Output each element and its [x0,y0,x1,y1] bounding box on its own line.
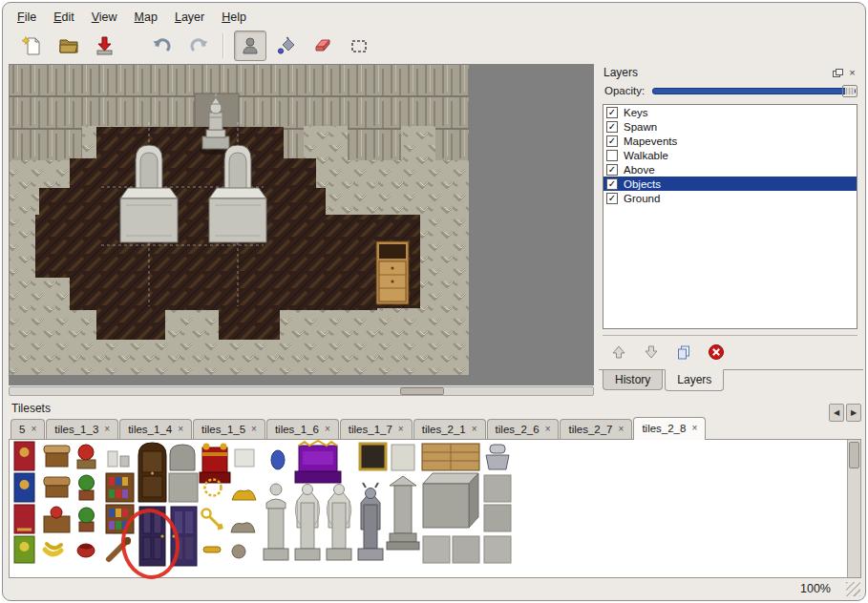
tileset-tab[interactable]: 5× [11,419,45,439]
float-icon [833,69,841,76]
move-layer-down-button[interactable] [639,341,664,364]
map-horizontal-scrollbar[interactable] [9,386,594,396]
tileset-tab[interactable]: tiles_1_4× [119,419,192,439]
opacity-slider-track[interactable] [652,88,856,94]
tab-close-icon[interactable]: × [325,425,330,434]
tab-scroll-buttons: ◀ ▶ [827,404,861,422]
layer-actions [606,340,736,364]
layer-row-above[interactable]: ✓ Above [603,162,857,177]
fill-tool-button[interactable] [270,31,303,61]
resize-grip[interactable] [846,582,860,596]
duplicate-layer-button[interactable] [671,341,696,364]
opacity-slider-handle[interactable] [842,85,857,97]
tileset-tab-bar: 5× tiles_1_3× tiles_1_4× tiles_1_5× tile… [9,416,861,440]
undo-button[interactable] [146,31,179,61]
tileset-vertical-scrollbar[interactable] [847,440,860,577]
layer-checkbox[interactable] [606,150,618,161]
delete-layer-button[interactable] [704,341,729,364]
layers-close-button[interactable]: × [846,67,858,79]
duplicate-icon [675,343,692,361]
redo-button[interactable] [182,31,215,61]
tab-close-icon[interactable]: × [398,425,404,434]
tab-close-icon[interactable]: × [104,425,110,434]
tab-label: tiles_2_6 [496,424,540,435]
scroll-tabs-right-button[interactable]: ▶ [846,404,861,422]
stamp-tool-button[interactable] [234,31,266,61]
tab-label: tiles_2_7 [568,424,612,435]
tileset-grid[interactable] [9,440,861,578]
person-stamp-icon [239,34,262,57]
save-button[interactable] [89,31,121,61]
tab-close-icon[interactable]: × [691,424,697,433]
tilesets-panel: Tilesets × 5× tiles_1_3× tiles_1_4× tile… [7,400,863,580]
tab-history[interactable]: History [603,370,663,390]
menu-file[interactable]: File [9,9,45,26]
opacity-slider[interactable] [652,84,857,97]
menu-help[interactable]: Help [213,9,255,26]
layer-name: Mapevents [624,135,677,147]
menu-map[interactable]: Map [126,9,166,26]
cabinet [376,241,409,304]
tileset-tab[interactable]: tiles_1_6× [266,419,339,439]
tab-close-icon[interactable]: × [178,425,183,434]
layers-float-button[interactable] [831,67,843,79]
tab-close-icon[interactable]: × [31,425,36,434]
tilesets-panel-header: Tilesets × [7,400,863,417]
tileset-vscroll-handle[interactable] [849,442,859,468]
menu-view[interactable]: View [83,9,126,26]
tab-label: tiles_1_5 [201,424,245,435]
tilesets-panel-title: Tilesets [11,402,828,415]
select-tool-button[interactable] [343,31,375,61]
tileset-tab[interactable]: tiles_2_1× [413,419,486,439]
layer-row-objects[interactable]: ✓ Objects [603,177,857,191]
map-canvas[interactable] [9,64,594,385]
toolbar [9,28,859,64]
tileset-tab[interactable]: tiles_2_7× [560,419,632,439]
menu-edit[interactable]: Edit [45,9,83,26]
tileset-tab[interactable]: tiles_2_6× [487,419,560,439]
layer-row-spawn[interactable]: ✓ Spawn [603,119,857,134]
scroll-tabs-left-button[interactable]: ◀ [829,404,844,422]
layer-checkbox[interactable]: ✓ [606,135,618,147]
layer-checkbox[interactable]: ✓ [606,121,618,133]
layer-row-keys[interactable]: ✓ Keys [603,105,857,119]
layer-name: Keys [624,107,648,118]
move-layer-up-button[interactable] [606,341,631,364]
menu-layer[interactable]: Layer [166,9,213,26]
layer-row-ground[interactable]: ✓ Ground [603,191,857,205]
layer-checkbox[interactable]: ✓ [606,107,618,118]
layer-name: Walkable [624,150,668,161]
tab-close-icon[interactable]: × [472,425,477,434]
tileset-tab[interactable]: tiles_1_5× [193,419,265,439]
eraser-tool-button[interactable] [307,31,339,61]
map-render [10,65,593,385]
tab-label: tiles_2_1 [422,424,466,435]
open-button[interactable] [53,31,85,61]
tab-close-icon[interactable]: × [251,425,257,434]
tab-label: tiles_1_4 [128,424,172,435]
toolbar-separator [222,33,224,58]
tab-layers[interactable]: Layers [665,369,724,391]
dock-tabs: History Layers [599,369,863,396]
status-bar: 100% [3,579,865,600]
layer-checkbox[interactable]: ✓ [606,193,618,204]
layer-checkbox[interactable]: ✓ [606,178,618,190]
tab-close-icon[interactable]: × [619,425,625,434]
purple-door-tile-2 [171,507,197,566]
eraser-icon [311,34,334,57]
tab-close-icon[interactable]: × [545,425,551,434]
layer-checkbox[interactable]: ✓ [606,164,618,176]
tileset-tab-active[interactable]: tiles_2_8× [633,417,706,440]
arrow-up-icon [610,343,627,361]
new-file-button[interactable] [16,31,49,61]
tileset-tab[interactable]: tiles_1_7× [340,419,413,439]
tileset-tab[interactable]: tiles_1_3× [46,419,118,439]
layers-separator [603,335,857,336]
tab-label: tiles_1_6 [275,424,319,435]
layer-name: Ground [624,193,660,204]
layer-row-mapevents[interactable]: ✓ Mapevents [603,134,857,148]
map-hscroll-handle[interactable] [400,387,444,395]
layer-row-walkable[interactable]: Walkable [603,148,857,162]
delete-icon [708,343,725,361]
tab-label: tiles_2_8 [642,423,686,434]
